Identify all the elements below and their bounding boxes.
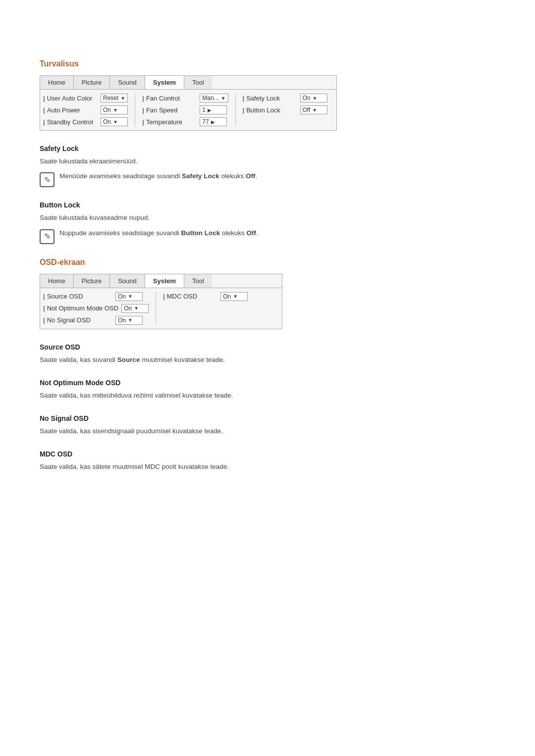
button-lock-section: Button Lock Saate lukustada kuvaseadme n… <box>40 201 495 244</box>
row-auto-power: | Auto Power On ▼ <box>43 105 128 114</box>
safety-lock-note-text: Menüüde avamiseks seadistage suvandi Saf… <box>59 171 257 181</box>
button-lock-note: ✎ Nuppude avamiseks seadistage suvandi B… <box>40 228 495 244</box>
turvalisus-col1: | User Auto Color Reset ▼ | Auto Power O… <box>43 94 128 126</box>
turvalisus-menu-table: Home Picture Sound System Tool | User Au… <box>40 75 337 131</box>
label-temperature: Temperature <box>146 118 182 126</box>
row-mdc-osd: | MDC OSD On ▼ <box>163 292 248 301</box>
no-signal-title: No Signal OSD <box>40 414 495 422</box>
turvalisus-section: Turvalisus Home Picture Sound System Too… <box>40 59 495 244</box>
osd-menu-table: Home Picture Sound System Tool | Source … <box>40 274 282 329</box>
select-standby-control[interactable]: On ▼ <box>101 117 128 126</box>
tab-sound[interactable]: Sound <box>110 76 145 89</box>
tab-picture[interactable]: Picture <box>74 76 110 89</box>
osd-col2: | MDC OSD On ▼ <box>163 292 248 325</box>
label-mdc-osd: MDC OSD <box>167 293 197 300</box>
not-optimum-section: Not Optimum Mode OSD Saate valida, kas m… <box>40 379 495 401</box>
dropdown-arrow-auto-power[interactable]: ▼ <box>113 107 118 113</box>
row-safety-lock: | Safety Lock On ▼ <box>243 94 327 102</box>
nav-temperature[interactable]: 77 ▶ <box>200 117 227 126</box>
osd-tab-tool[interactable]: Tool <box>184 274 212 288</box>
tab-home[interactable]: Home <box>40 76 74 89</box>
button-lock-note-text: Nuppude avamiseks seadistage suvandi But… <box>59 228 258 238</box>
label-fan-speed: Fan Speed <box>146 106 178 114</box>
turvalisus-menu-body: | User Auto Color Reset ▼ | Auto Power O… <box>40 90 336 130</box>
not-optimum-title: Not Optimum Mode OSD <box>40 379 495 387</box>
row-fan-speed: | Fan Speed 1 ▶ <box>142 105 228 114</box>
not-optimum-body: Saate valida, kas mitteühilduva režiimi … <box>40 391 495 401</box>
osd-tab-sound[interactable]: Sound <box>110 274 145 288</box>
turvalisus-col3: | Safety Lock On ▼ | Button Lock Off <box>243 94 327 126</box>
dropdown-arrow-not-optimum-osd[interactable]: ▼ <box>134 305 139 311</box>
select-user-auto-color[interactable]: Reset ▼ <box>101 94 128 102</box>
label-standby-control: Standby Control <box>47 118 93 126</box>
safety-lock-title: Safety Lock <box>40 145 495 152</box>
select-auto-power[interactable]: On ▼ <box>101 105 128 114</box>
mdc-osd-section: MDC OSD Saate valida, kas sätete muutmis… <box>40 450 495 472</box>
label-auto-power: Auto Power <box>47 106 80 114</box>
nav-fan-speed[interactable]: 1 ▶ <box>200 105 227 114</box>
label-not-optimum-osd: Not Optimum Mode OSD <box>47 304 119 312</box>
row-no-signal-osd: | No Signal OSD On ▼ <box>43 316 149 325</box>
dropdown-arrow-source-osd[interactable]: ▼ <box>128 294 133 299</box>
row-temperature: | Temperature 77 ▶ <box>142 117 228 126</box>
button-lock-title: Button Lock <box>40 201 495 209</box>
mdc-osd-title: MDC OSD <box>40 450 495 458</box>
dropdown-arrow-fan-control[interactable]: ▼ <box>221 96 226 101</box>
osd-tab-picture[interactable]: Picture <box>74 274 110 288</box>
button-lock-body: Saate lukustada kuvaseadme nupud. <box>40 213 495 223</box>
select-no-signal-osd[interactable]: On ▼ <box>115 316 143 325</box>
label-fan-control: Fan Control <box>146 95 180 102</box>
osd-menu-body: | Source OSD On ▼ | Not Optimum Mode OSD… <box>40 288 282 329</box>
nav-arrow-fan-speed[interactable]: ▶ <box>208 107 212 113</box>
safety-lock-section: Safety Lock Saate lukustada ekraanimenüü… <box>40 145 495 187</box>
select-fan-control[interactable]: Man... ▼ <box>200 94 228 102</box>
dropdown-arrow-user-auto-color[interactable]: ▼ <box>120 96 125 101</box>
source-osd-title: Source OSD <box>40 343 495 351</box>
no-signal-section: No Signal OSD Saate valida, kas sisendsi… <box>40 414 495 436</box>
row-standby-control: | Standby Control On ▼ <box>43 117 128 126</box>
osd-tab-home[interactable]: Home <box>40 274 74 288</box>
divider-1 <box>135 94 135 126</box>
no-signal-body: Saate valida, kas sisendsignaali puudumi… <box>40 426 495 436</box>
select-safety-lock[interactable]: On ▼ <box>300 94 327 102</box>
dropdown-arrow-safety-lock[interactable]: ▼ <box>313 96 318 101</box>
mdc-osd-body: Saate valida, kas sätete muutmisel MDC p… <box>40 462 495 472</box>
select-mdc-osd[interactable]: On ▼ <box>220 292 248 301</box>
osd-ekraan-section: OSD-ekraan Home Picture Sound System Too… <box>40 258 495 472</box>
osd-tab-system[interactable]: System <box>145 274 184 288</box>
osd-col1: | Source OSD On ▼ | Not Optimum Mode OSD… <box>43 292 149 325</box>
dropdown-arrow-standby-control[interactable]: ▼ <box>113 119 118 125</box>
tab-system[interactable]: System <box>145 76 184 89</box>
label-button-lock: Button Lock <box>246 106 280 114</box>
osd-divider <box>156 292 156 325</box>
tab-tool[interactable]: Tool <box>184 76 212 89</box>
turvalisus-tab-row: Home Picture Sound System Tool <box>40 76 336 90</box>
note-icon-button: ✎ <box>40 229 54 244</box>
row-button-lock: | Button Lock Off ▼ <box>243 105 327 114</box>
note-icon-safety: ✎ <box>40 172 54 187</box>
safety-lock-note: ✎ Menüüde avamiseks seadistage suvandi S… <box>40 171 495 187</box>
turvalisus-title: Turvalisus <box>40 59 495 68</box>
label-no-signal-osd: No Signal OSD <box>47 316 91 324</box>
dropdown-arrow-button-lock[interactable]: ▼ <box>312 107 317 113</box>
safety-lock-body: Saate lukustada ekraanimenüüd. <box>40 156 495 166</box>
source-osd-section: Source OSD Saate valida, kas suvandi Sou… <box>40 343 495 365</box>
source-osd-body: Saate valida, kas suvandi Source muutmis… <box>40 355 495 365</box>
row-user-auto-color: | User Auto Color Reset ▼ <box>43 94 128 102</box>
select-button-lock[interactable]: Off ▼ <box>300 105 327 114</box>
turvalisus-col2: | Fan Control Man... ▼ | Fan Speed 1 <box>142 94 228 126</box>
osd-tab-row: Home Picture Sound System Tool <box>40 274 282 288</box>
row-source-osd: | Source OSD On ▼ <box>43 292 149 301</box>
dropdown-arrow-mdc-osd[interactable]: ▼ <box>233 294 238 299</box>
row-fan-control: | Fan Control Man... ▼ <box>142 94 228 102</box>
select-source-osd[interactable]: On ▼ <box>115 292 143 301</box>
label-safety-lock: Safety Lock <box>246 95 280 102</box>
osd-ekraan-title: OSD-ekraan <box>40 258 495 267</box>
nav-arrow-temperature[interactable]: ▶ <box>211 119 215 125</box>
dropdown-arrow-no-signal-osd[interactable]: ▼ <box>128 317 133 323</box>
label-user-auto-color: User Auto Color <box>47 95 93 102</box>
divider-2 <box>235 94 236 126</box>
select-not-optimum-osd[interactable]: On ▼ <box>121 304 149 313</box>
label-source-osd: Source OSD <box>47 293 83 300</box>
row-not-optimum-osd: | Not Optimum Mode OSD On ▼ <box>43 304 149 313</box>
